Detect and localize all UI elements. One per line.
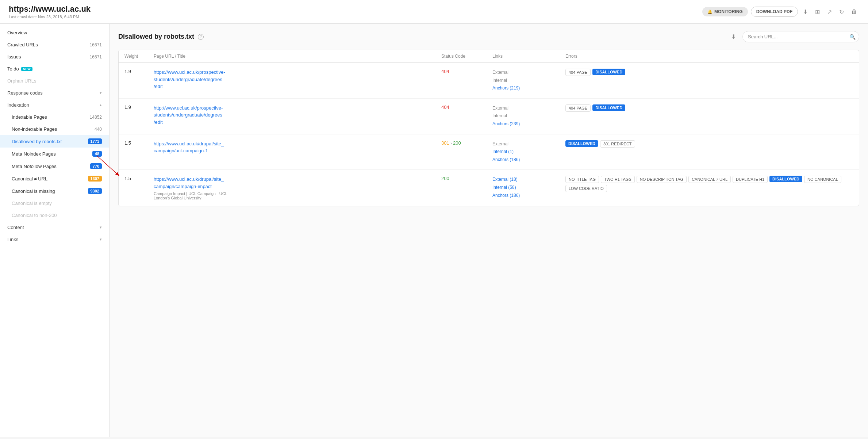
chevron-down-icon: ▾ — [100, 91, 102, 95]
link-anchors[interactable]: Anchors (219) — [492, 85, 520, 91]
page-url-link[interactable]: http://www.ucl.ac.uk/prospective-student… — [154, 105, 223, 125]
error-tag-duplicate-h1: DUPLICATE H1 — [733, 176, 768, 183]
main-content: Disallowed by robots.txt ? ⬇ 🔍 Weight Pa… — [110, 24, 868, 437]
error-tag-disallowed: DISALLOWED — [769, 176, 802, 182]
page-url-link[interactable]: https://www.ucl.ac.uk/drupal/site_campai… — [154, 176, 224, 189]
last-crawl: Last crawl date: Nov 23, 2018, 6:43 PM — [9, 15, 91, 19]
row-url: http://www.ucl.ac.uk/prospective-student… — [154, 104, 441, 126]
sidebar-item-meta-noindex[interactable]: Meta Noindex Pages 48 — [0, 148, 109, 160]
link-external: External — [492, 104, 565, 112]
page-title: Disallowed by robots.txt — [118, 33, 194, 41]
status-200: 200 — [453, 140, 461, 146]
row-weight: 1.9 — [124, 69, 154, 74]
sidebar-item-label: Crawled URLs — [7, 42, 38, 47]
row-errors: DISALLOWED 301 REDIRECT — [565, 140, 853, 148]
search-input[interactable] — [742, 31, 859, 42]
layout: Overview Crawled URLs 16671 Issues 16671… — [0, 24, 868, 437]
sidebar-item-label: Canonical ≠ URL — [12, 176, 47, 182]
sidebar-item-label: Canonical is missing — [12, 188, 55, 194]
trash-icon-button[interactable]: 🗑 — [849, 7, 859, 16]
sidebar-item-response-codes[interactable]: Response codes ▾ — [0, 87, 109, 99]
canonical-missing-badge: 9302 — [88, 188, 102, 194]
col-status-code: Status Code — [441, 54, 492, 59]
sidebar-item-label: Meta Nofollow Pages — [12, 164, 57, 169]
link-anchors[interactable]: Anchors (186) — [492, 193, 520, 198]
help-icon[interactable]: ? — [198, 34, 204, 40]
canonical-neq-badge: 1307 — [88, 176, 102, 182]
col-errors: Errors — [565, 54, 853, 59]
row-status: 404 — [441, 104, 492, 110]
table-row: 1.9 https://www.ucl.ac.uk/prospective-st… — [119, 63, 859, 99]
sidebar-item-overview[interactable]: Overview — [0, 27, 109, 39]
meta-nofollow-badge: 770 — [90, 163, 102, 169]
error-tag-two-h1-tags: TWO H1 TAGS — [601, 176, 635, 183]
row-errors: 404 PAGE DISALLOWED — [565, 104, 853, 112]
col-links: Links — [492, 54, 565, 59]
sidebar-item-meta-nofollow[interactable]: Meta Nofollow Pages 770 — [0, 160, 109, 172]
error-tag-no-title-tag: NO TITLE TAG — [565, 176, 599, 183]
sidebar-item-label: Orphan URLs — [7, 78, 36, 84]
sidebar-item-orphan-urls: Orphan URLs — [0, 75, 109, 87]
sidebar-item-canonical-missing[interactable]: Canonical is missing 9302 — [0, 185, 109, 197]
download-pdf-button[interactable]: DOWNLOAD PDF — [751, 7, 798, 17]
sidebar-item-left: To do NEW — [7, 66, 32, 72]
link-internal[interactable]: Internal (58) — [492, 185, 516, 190]
sidebar-item-disallowed-robots[interactable]: Disallowed by robots.txt 1771 — [0, 135, 109, 148]
sitemap-icon-button[interactable]: ⊞ — [813, 7, 822, 17]
sidebar-item-label: Indexation — [7, 102, 29, 108]
sidebar-item-to-do[interactable]: To do NEW — [0, 63, 109, 75]
row-links: External Internal (1) Anchors (186) — [492, 140, 565, 164]
site-title: https://www.ucl.ac.uk — [9, 4, 91, 14]
new-badge: NEW — [21, 67, 32, 71]
share-icon-button[interactable]: ↗ — [825, 7, 834, 17]
sidebar-item-crawled-urls[interactable]: Crawled URLs 16671 — [0, 39, 109, 51]
col-weight: Weight — [124, 54, 154, 59]
link-external: External — [492, 69, 565, 77]
refresh-icon-button[interactable]: ↻ — [837, 7, 846, 17]
error-tag-no-canonical: NO CANONICAL — [804, 176, 841, 183]
sidebar-item-canonical-neq-url[interactable]: Canonical ≠ URL 1307 — [0, 172, 109, 185]
error-tag-404-page: 404 PAGE — [565, 69, 591, 76]
row-weight: 1.5 — [124, 140, 154, 146]
table-row: 1.9 http://www.ucl.ac.uk/prospective-stu… — [119, 99, 859, 134]
sidebar-item-content[interactable]: Content ▾ — [0, 221, 109, 233]
row-url: https://www.ucl.ac.uk/drupal/site_campai… — [154, 176, 441, 200]
row-weight: 1.9 — [124, 104, 154, 110]
sidebar-item-non-indexable-pages[interactable]: Non-indexable Pages 440 — [0, 123, 109, 135]
sidebar-item-links[interactable]: Links ▾ — [0, 233, 109, 245]
link-anchors[interactable]: Anchors (239) — [492, 121, 520, 126]
search-button[interactable]: 🔍 — [849, 34, 856, 40]
sidebar-item-label: To do — [7, 66, 19, 72]
row-errors: 404 PAGE DISALLOWED — [565, 69, 853, 76]
error-tag-disallowed: DISALLOWED — [565, 140, 598, 147]
sidebar-item-issues[interactable]: Issues 16671 — [0, 51, 109, 63]
link-anchors[interactable]: Anchors (186) — [492, 157, 520, 162]
error-tag-301-redirect: 301 REDIRECT — [600, 140, 635, 148]
link-external[interactable]: External (18) — [492, 177, 518, 182]
monitoring-button[interactable]: 🔔 MONITORING — [702, 7, 748, 16]
row-links: External Internal Anchors (219) — [492, 69, 565, 92]
sidebar-item-indexation[interactable]: Indexation ▴ — [0, 99, 109, 111]
site-info: https://www.ucl.ac.uk Last crawl date: N… — [9, 4, 91, 19]
error-tag-404-page: 404 PAGE — [565, 104, 591, 112]
row-weight: 1.5 — [124, 176, 154, 181]
download-table-button[interactable]: ⬇ — [731, 33, 736, 40]
link-internal: Internal — [492, 77, 565, 85]
link-internal[interactable]: Internal (1) — [492, 149, 514, 154]
meta-noindex-badge: 48 — [92, 151, 102, 157]
sidebar-item-indexable-pages[interactable]: Indexable Pages 14852 — [0, 111, 109, 123]
status-301: 301 — [441, 140, 449, 146]
page-url-link[interactable]: https://www.ucl.ac.uk/drupal/site_campai… — [154, 141, 224, 154]
page-url-link[interactable]: https://www.ucl.ac.uk/prospective-studen… — [154, 69, 225, 89]
sidebar-item-label: Content — [7, 225, 24, 230]
sidebar-item-label: Response codes — [7, 90, 43, 96]
sidebar-item-count: 16671 — [90, 42, 102, 47]
sidebar-item-count: 16671 — [90, 54, 102, 60]
export-icon-button[interactable]: ⬇ — [801, 7, 810, 17]
table-header: Weight Page URL / Title Status Code Link… — [119, 50, 859, 63]
link-external: External — [492, 140, 565, 148]
error-tag-canonical-neq-url: CANONICAL ≠ URL — [688, 176, 731, 183]
trash-icon: 🗑 — [851, 8, 857, 15]
header-actions: 🔔 MONITORING DOWNLOAD PDF ⬇ ⊞ ↗ ↻ 🗑 — [702, 7, 859, 17]
share-icon: ↗ — [827, 9, 832, 15]
